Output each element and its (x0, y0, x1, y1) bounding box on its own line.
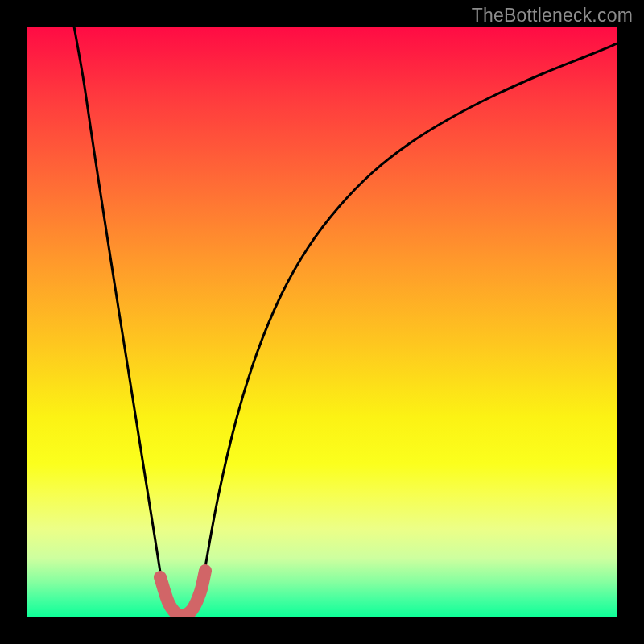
left-branch-path (74, 27, 161, 577)
outer-frame: TheBottleneck.com (0, 0, 644, 644)
right-branch-path (205, 43, 617, 567)
chart-svg (27, 27, 617, 617)
watermark-text: TheBottleneck.com (472, 5, 633, 27)
valley-highlight-path (160, 571, 205, 616)
plot-area (27, 27, 617, 617)
